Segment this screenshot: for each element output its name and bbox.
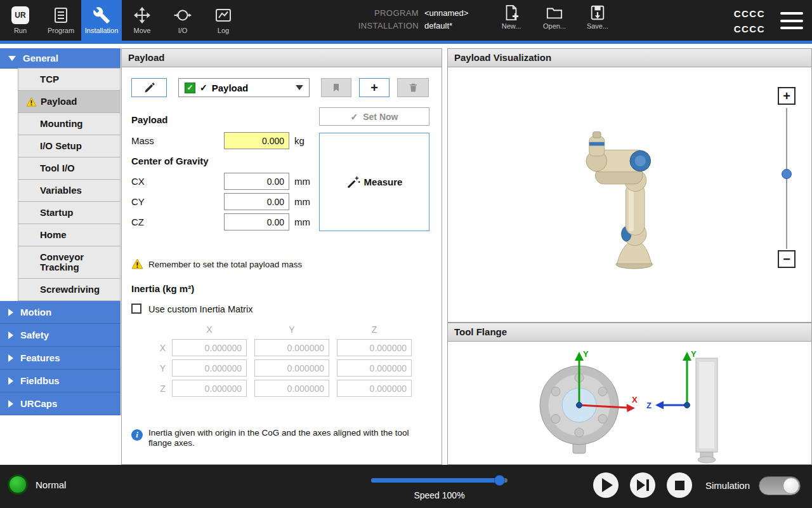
tool-flange-panel: Tool Flange X Y — [447, 323, 812, 465]
custom-inertia-checkbox[interactable] — [131, 304, 141, 314]
inertia-xx-input[interactable] — [172, 339, 247, 356]
chevron-right-icon — [8, 309, 13, 316]
robot-3d-view — [543, 128, 689, 280]
visualization-panel-title: Payload Visualization — [448, 49, 811, 67]
status-label: Normal — [36, 479, 66, 490]
new-button[interactable]: New... — [495, 4, 528, 30]
mass-input[interactable] — [224, 132, 289, 149]
step-button[interactable] — [630, 472, 655, 498]
tool-flange-diagram: X Y Y Z — [448, 342, 811, 464]
cx-input[interactable] — [224, 173, 289, 190]
info-icon: i — [131, 429, 143, 441]
tab-program[interactable]: Program — [41, 0, 81, 41]
sidebar-section-general[interactable]: General — [0, 48, 121, 69]
sidebar-section-features[interactable]: Features — [0, 347, 121, 370]
cy-unit: mm — [294, 196, 310, 207]
tab-io[interactable]: I/O — [162, 0, 203, 41]
hamburger-menu-icon[interactable] — [780, 12, 803, 29]
sidebar-item-screwdriving[interactable]: Screwdriving — [18, 278, 121, 301]
sidebar-section-safety[interactable]: Safety — [0, 324, 121, 347]
tab-label: Move — [134, 27, 151, 34]
matrix-row-header-z: Z — [131, 384, 166, 394]
sidebar-section-motion[interactable]: Motion — [0, 301, 121, 324]
section-label: General — [23, 53, 58, 64]
zoom-out-button[interactable]: − — [778, 250, 796, 268]
cz-input[interactable] — [224, 213, 289, 231]
sidebar-item-mounting[interactable]: Mounting — [18, 112, 121, 135]
set-default-payload-button[interactable] — [321, 78, 351, 97]
save-button[interactable]: Save... — [581, 4, 614, 30]
inertia-xz-input[interactable] — [337, 339, 412, 356]
cy-label: CY — [131, 196, 145, 207]
sidebar-item-tcp[interactable]: TCP — [18, 68, 121, 91]
tab-move[interactable]: Move — [122, 0, 162, 41]
sidebar-item-conveyor-tracking[interactable]: Conveyor Tracking — [18, 246, 121, 279]
ur-logo-icon: UR — [11, 6, 29, 24]
zoom-slider-handle[interactable] — [782, 169, 792, 179]
axis-z-label: Z — [646, 401, 652, 410]
wrench-icon — [93, 6, 110, 24]
rename-payload-button[interactable] — [131, 78, 167, 97]
speed-slider-handle[interactable] — [494, 475, 505, 486]
stop-icon — [675, 481, 684, 490]
sidebar-item-startup[interactable]: Startup — [18, 201, 121, 224]
sidebar-section-fieldbus[interactable]: Fieldbus — [0, 370, 121, 392]
section-label: URCaps — [20, 398, 57, 409]
tab-log[interactable]: Log — [203, 0, 244, 41]
sidebar-item-tool-io[interactable]: Tool I/O — [18, 157, 121, 180]
check-icon: ✓ — [351, 112, 358, 122]
simulation-label: Simulation — [705, 480, 750, 491]
measure-button[interactable]: Measure — [319, 133, 429, 231]
clock-display: CCCC CCCC — [717, 6, 765, 37]
inertia-yz-input[interactable] — [337, 359, 412, 377]
open-button[interactable]: Open... — [538, 4, 571, 30]
inertia-zz-input[interactable] — [337, 380, 412, 397]
axis-y-label: Y — [583, 349, 589, 359]
installation-name: default* — [424, 21, 468, 30]
matrix-row-header-y: Y — [131, 363, 166, 373]
speed-slider-track[interactable] — [371, 478, 508, 483]
set-now-button[interactable]: ✓ Set Now — [319, 107, 429, 126]
speed-slider-fill — [371, 478, 500, 483]
section-label: Safety — [20, 330, 49, 340]
sidebar-section-urcaps[interactable]: URCaps — [0, 392, 121, 415]
robot-status[interactable]: Normal — [8, 474, 66, 495]
program-name: <unnamed> — [424, 8, 468, 18]
zoom-in-button[interactable]: + — [778, 87, 796, 105]
inertia-yx-input[interactable] — [172, 359, 247, 377]
warning-icon — [26, 97, 37, 107]
pencil-icon — [143, 82, 155, 94]
payload-visualization-panel: Payload Visualization + − — [447, 48, 812, 323]
trash-icon — [408, 82, 419, 93]
mass-label: Mass — [131, 135, 154, 146]
tab-installation[interactable]: Installation — [81, 0, 122, 41]
inertia-zy-input[interactable] — [254, 380, 329, 397]
file-actions: New... Open... Save... — [495, 4, 614, 30]
chevron-right-icon — [8, 354, 13, 362]
section-label: Fieldbus — [20, 375, 60, 386]
sidebar-item-payload[interactable]: Payload — [18, 90, 121, 113]
cy-input[interactable] — [224, 193, 289, 210]
clock-line-1: CCCC — [717, 6, 765, 22]
plus-icon: + — [783, 89, 790, 104]
sidebar-item-variables[interactable]: Variables — [18, 179, 121, 202]
wand-icon — [346, 175, 360, 189]
simulation-toggle[interactable] — [759, 476, 801, 495]
stop-button[interactable] — [667, 472, 692, 498]
matrix-col-header-z: Z — [337, 324, 412, 335]
inertia-zx-input[interactable] — [172, 380, 247, 397]
sidebar-item-home[interactable]: Home — [18, 224, 121, 246]
delete-payload-button[interactable] — [397, 78, 429, 97]
add-payload-button[interactable]: + — [359, 78, 390, 97]
play-icon — [602, 478, 613, 492]
payload-select-dropdown[interactable]: ✓ ✓ Payload — [178, 78, 310, 97]
tab-run[interactable]: UR Run — [0, 0, 41, 41]
main-tabs: UR Run Program Installation Move — [0, 0, 244, 41]
sidebar-item-io-setup[interactable]: I/O Setup — [18, 135, 121, 157]
play-button[interactable] — [593, 472, 619, 498]
payload-warning-text: Remember to set the total payload mass — [148, 260, 302, 270]
measure-label: Measure — [364, 177, 403, 187]
inertia-yy-input[interactable] — [254, 359, 329, 377]
inertia-xy-input[interactable] — [254, 339, 329, 356]
payload-panel-title: Payload — [122, 49, 442, 67]
